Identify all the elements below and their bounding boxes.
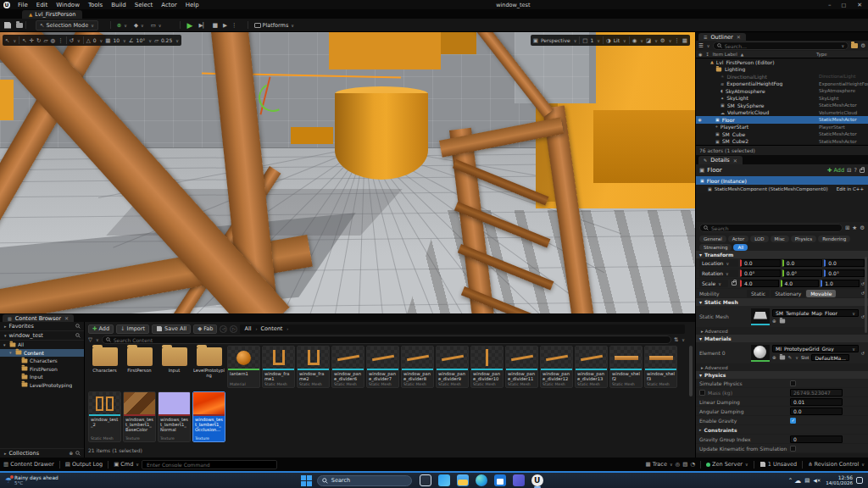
grid-snap-value[interactable]: 10 xyxy=(113,37,120,43)
taskbar-app-widgets[interactable] xyxy=(436,474,453,488)
scale-z-input[interactable]: 1.0 xyxy=(821,280,860,287)
taskbar-clock[interactable]: 12:56 14/01/2026 xyxy=(826,475,853,486)
revision-control-dropdown[interactable]: ⋔Revision Control∨ xyxy=(808,461,865,468)
value-input[interactable]: 26749.523047 xyxy=(790,389,843,396)
browse-icon[interactable] xyxy=(16,23,23,28)
taskbar-app-task-view[interactable] xyxy=(417,474,434,488)
override-checkbox[interactable] xyxy=(699,390,705,396)
browse-to-asset-icon[interactable] xyxy=(779,356,784,360)
notification-icon[interactable] xyxy=(856,477,863,484)
taskbar-app-app-window[interactable] xyxy=(510,474,527,488)
favorites-header[interactable]: ▸Favorites xyxy=(0,322,84,331)
static-mesh-dropdown[interactable]: SM_Template_Map_Floor∨ xyxy=(772,309,859,317)
collections-header[interactable]: ▸Collections ⊕ xyxy=(0,448,84,458)
menu-actor[interactable]: Actor xyxy=(157,2,181,8)
location-z-input[interactable]: 0.0 xyxy=(824,259,865,267)
show-flags-icon[interactable]: ◉ xyxy=(632,37,637,44)
scale-lock-icon[interactable] xyxy=(732,281,737,286)
play-button[interactable]: ▶ xyxy=(183,21,196,30)
move-tool-icon[interactable]: ✛ xyxy=(30,37,34,44)
play-options-icon[interactable]: ⋮ xyxy=(230,22,239,29)
forward-icon[interactable]: ▷ xyxy=(230,325,237,333)
frame-skip-button[interactable]: ▶▏ xyxy=(196,22,209,29)
rotation-snap-value[interactable]: 10° xyxy=(136,37,146,43)
asset-tile[interactable]: window_pane_divider7Static Mesh xyxy=(366,346,399,388)
fab-button[interactable]: ◆Fab xyxy=(193,324,217,334)
folder-tile[interactable]: Input xyxy=(158,346,191,373)
grid-snap-icon[interactable]: ▦ xyxy=(105,37,110,44)
console-command-input[interactable] xyxy=(145,461,274,469)
add-collection-icon[interactable]: ⊕ xyxy=(69,451,73,456)
expand-arrow-icon[interactable]: ▾ xyxy=(3,342,8,347)
folder-tile[interactable]: FirstPerson xyxy=(123,346,156,373)
asset-tile[interactable]: window_pane_divider8Static Mesh xyxy=(401,346,434,388)
taskbar-app-edge[interactable] xyxy=(473,474,490,488)
asset-tile[interactable]: lantern1Material xyxy=(227,346,260,388)
screen-percentage-value[interactable]: 1 xyxy=(590,37,593,43)
viewport-settings-icon[interactable]: ⚙ xyxy=(660,37,665,44)
expand-sections-icon[interactable]: ⊟ xyxy=(847,167,851,174)
outliner-row[interactable]: ≋ExponentialHeightFogExponentialHeightFo… xyxy=(696,80,868,88)
edit-in-cpp-link[interactable]: Edit in C++ xyxy=(837,186,864,191)
viewport-tool-dropdown[interactable]: ↖ xyxy=(5,37,9,44)
asset-tile[interactable]: windows_test_lambert1_Occlusion...Textur… xyxy=(192,391,225,442)
value-input[interactable]: 0.0 xyxy=(790,408,843,415)
content-drawer-button[interactable]: ▥Content Drawer xyxy=(3,461,54,468)
asset-tile[interactable]: window_shelf3Static Mesh xyxy=(644,346,677,388)
cinematics-button[interactable]: ▭∨ xyxy=(147,20,165,30)
more-icon[interactable]: ⋮ xyxy=(674,37,680,44)
outliner-row[interactable]: ▣SM_Cube2StaticMeshActor xyxy=(696,138,868,146)
tree-item-characters[interactable]: Characters xyxy=(0,357,84,365)
component-row[interactable]: ▣ StaticMeshComponent (StaticMeshCompone… xyxy=(696,185,868,193)
viewport[interactable]: ↖∨ ↖ ✛ ↻ ▱ ◍ ⋮ ↺∨ △0∨ ▦10∨ ∠10°∨ ▱0.25∨ … xyxy=(0,32,695,313)
column-item-label[interactable]: Item Label xyxy=(713,52,737,57)
viewmode-options-icon[interactable]: ◪ xyxy=(646,37,651,44)
asset-tile[interactable]: window_pane_divider12Static Mesh xyxy=(540,346,573,388)
menu-window[interactable]: Window xyxy=(52,2,84,8)
asset-tile[interactable]: windows_test_lambert1_NormalTexture xyxy=(158,391,191,442)
filter-tab-general[interactable]: General xyxy=(699,236,726,242)
taskbar-app-file-explorer[interactable] xyxy=(454,474,471,488)
scale-dropdown[interactable]: Scale∨ xyxy=(699,280,728,287)
import-button[interactable]: ↓Import xyxy=(116,324,149,334)
output-log-button[interactable]: ▤Output Log xyxy=(65,461,103,468)
back-icon[interactable]: ◁ xyxy=(220,325,227,333)
outliner-row[interactable]: ✦SkyLightSkyLight xyxy=(696,95,868,103)
scale-snap-icon[interactable]: ▱ xyxy=(154,37,159,44)
console-input-wrap[interactable] xyxy=(142,460,277,469)
mobility-movable[interactable]: Movable xyxy=(806,290,836,297)
advanced-toggle[interactable]: ▸ Advanced xyxy=(696,328,868,335)
search-icon[interactable] xyxy=(75,324,81,329)
asset-tile[interactable]: window_pane_divider11Static Mesh xyxy=(505,346,538,388)
close-icon[interactable]: ✕ xyxy=(733,158,737,164)
platforms-dropdown[interactable]: Platforms∨ xyxy=(251,20,298,30)
folder-tile[interactable]: LevelPrototyping xyxy=(192,346,225,378)
blueprints-button[interactable]: ◆∨ xyxy=(131,20,147,30)
tab-details[interactable]: ✎ Details ✕ xyxy=(698,156,743,164)
checkbox[interactable]: ✓ xyxy=(790,418,796,424)
unsaved-button[interactable]: 1 Unsaved xyxy=(760,461,797,468)
use-selected-icon[interactable]: ⊕ xyxy=(772,319,776,324)
asset-tile[interactable]: window_frame1Static Mesh xyxy=(262,346,295,388)
filter-icon[interactable]: ▽ xyxy=(88,336,92,343)
menu-build[interactable]: Build xyxy=(107,2,131,8)
status-icon[interactable]: ◎ xyxy=(676,461,681,468)
outliner-row[interactable]: ☀DirectionalLightDirectionalLight xyxy=(696,73,868,80)
zen-server-dropdown[interactable]: Zen Server∨ xyxy=(706,461,748,468)
snap-rotate-icon[interactable]: ↺ xyxy=(70,37,74,44)
minimize-button[interactable]: – xyxy=(823,2,837,8)
restore-button[interactable]: □ xyxy=(836,2,851,8)
section-transform[interactable]: ▾Transform xyxy=(696,251,868,258)
breadcrumb-all[interactable]: All xyxy=(244,325,251,332)
perspective-dropdown[interactable]: Perspective xyxy=(541,37,570,43)
filter-tab-lod[interactable]: LOD xyxy=(750,236,768,242)
section-physics[interactable]: ▾Physics xyxy=(696,371,868,379)
trace-dropdown[interactable]: ▦Trace∨ xyxy=(646,461,673,468)
scrollbar[interactable] xyxy=(689,346,693,396)
rotation-x-input[interactable]: 0.0° xyxy=(740,269,781,277)
display-icon[interactable]: ▤ xyxy=(804,477,810,484)
rotation-y-input[interactable]: 0.0° xyxy=(782,269,823,277)
tab-content-browser[interactable]: ▥ Content Browser ✕ xyxy=(3,314,74,322)
expand-arrow-icon[interactable]: ▸ xyxy=(699,427,702,432)
taskbar-app-store[interactable] xyxy=(492,474,509,488)
